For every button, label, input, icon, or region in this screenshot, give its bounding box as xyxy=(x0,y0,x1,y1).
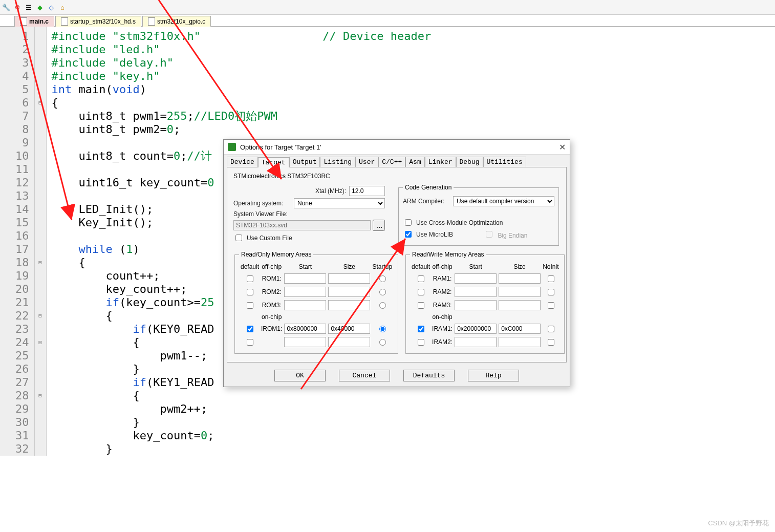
ram2-size[interactable] xyxy=(499,287,541,297)
fold-marks: ⊟⊟⊟⊟⊟ xyxy=(35,27,47,456)
irom1-start[interactable] xyxy=(284,324,326,334)
iram2-default[interactable] xyxy=(418,339,424,346)
bigendian-label: Big Endian xyxy=(498,232,527,239)
codegen-group: Code Generation ARM Compiler: Use defaul… xyxy=(398,184,559,246)
rom2-start[interactable] xyxy=(284,287,326,297)
iram1-size[interactable] xyxy=(499,324,541,334)
iram1-default[interactable] xyxy=(418,326,424,332)
irom2-start[interactable] xyxy=(284,337,326,347)
rw-legend: Read/Write Memory Areas xyxy=(410,251,486,258)
cross-label: Use Cross-Module Optimization xyxy=(416,219,503,226)
dialog-tab-target[interactable]: Target xyxy=(258,157,289,167)
dialog-tab-device[interactable]: Device xyxy=(227,157,258,167)
tab-label: stm32f10x_gpio.c xyxy=(157,18,205,25)
arm-compiler-select[interactable]: Use default compiler version xyxy=(453,196,554,206)
file-icon xyxy=(61,17,68,26)
irom2-startup[interactable] xyxy=(379,339,386,346)
ram1-size[interactable] xyxy=(499,273,541,284)
file-icon xyxy=(20,17,27,26)
tab-label: startup_stm32f10x_hd.s xyxy=(70,18,136,25)
rom1-startup[interactable] xyxy=(379,275,386,282)
rom3-startup[interactable] xyxy=(379,302,386,309)
os-label: Operating system: xyxy=(233,200,290,207)
rw-table: defaultoff-chipStartSizeNoInit RAM1: RAM… xyxy=(410,261,560,349)
ram1-start[interactable] xyxy=(455,273,497,284)
dialog-tab-debug[interactable]: Debug xyxy=(456,157,483,167)
irom1-startup[interactable] xyxy=(379,326,386,332)
microlib-label: Use MicroLIB xyxy=(416,231,453,238)
rom1-default[interactable] xyxy=(247,275,253,282)
irom1-size[interactable] xyxy=(328,324,370,334)
rom1-size[interactable] xyxy=(328,273,370,284)
tab-gpio[interactable]: stm32f10x_gpio.c xyxy=(142,16,211,27)
os-select[interactable]: None xyxy=(294,198,385,208)
rom1-start[interactable] xyxy=(284,273,326,284)
ram3-noinit[interactable] xyxy=(548,302,554,309)
xtal-input[interactable] xyxy=(349,186,385,196)
rom3-default[interactable] xyxy=(247,302,253,309)
dialog-tab-cc[interactable]: C/C++ xyxy=(378,157,405,167)
dialog-tab-utilities[interactable]: Utilities xyxy=(483,157,526,167)
dialog-tab-linker[interactable]: Linker xyxy=(425,157,456,167)
rom2-size[interactable] xyxy=(328,287,370,297)
arm-label: ARM Compiler: xyxy=(403,198,449,205)
file-tabs: main.c startup_stm32f10x_hd.s stm32f10x_… xyxy=(0,15,775,27)
iram2-start[interactable] xyxy=(455,337,497,347)
irom1-default[interactable] xyxy=(247,326,253,332)
dialog-body: STMicroelectronics STM32F103RC Xtal (MHz… xyxy=(227,167,567,363)
dialog-tab-asm[interactable]: Asm xyxy=(405,157,424,167)
dialog-title: Options for Target 'Target 1' xyxy=(240,143,321,151)
use-custom-checkbox[interactable] xyxy=(235,235,242,241)
rom3-size[interactable] xyxy=(328,300,370,310)
ram2-noinit[interactable] xyxy=(548,289,554,295)
irom2-default[interactable] xyxy=(247,339,253,346)
dialog-titlebar[interactable]: Options for Target 'Target 1' ✕ xyxy=(224,140,570,155)
ram1-default[interactable] xyxy=(418,275,424,282)
ram3-default[interactable] xyxy=(418,302,424,309)
file-icon xyxy=(148,17,155,26)
iram1-start[interactable] xyxy=(455,324,497,334)
iram2-size[interactable] xyxy=(499,337,541,347)
rom3-start[interactable] xyxy=(284,300,326,310)
ram2-default[interactable] xyxy=(418,289,424,295)
toolbar-stack-icon[interactable]: ☰ xyxy=(25,3,33,11)
dialog-tab-user[interactable]: User xyxy=(355,157,378,167)
toolbar: 🔧 ⚙ ☰ ◆ ◇ ⌂ xyxy=(0,0,775,15)
toolbar-home-icon[interactable]: ⌂ xyxy=(58,3,67,11)
cross-checkbox[interactable] xyxy=(405,219,412,226)
svf-browse-button[interactable]: ... xyxy=(373,220,385,231)
rom2-default[interactable] xyxy=(247,289,253,295)
readonly-memory-group: Read/Only Memory Areas defaultoff-chipSt… xyxy=(234,251,398,354)
irom2-size[interactable] xyxy=(328,337,370,347)
ro-legend: Read/Only Memory Areas xyxy=(239,251,313,258)
rom2-startup[interactable] xyxy=(379,289,386,295)
iram2-noinit[interactable] xyxy=(548,339,554,346)
toolbar-nodes-icon[interactable]: ⚙ xyxy=(13,3,21,11)
toolbar-wand-icon[interactable]: 🔧 xyxy=(2,3,10,11)
dialog-buttons: OK Cancel Defaults Help xyxy=(224,366,570,387)
cancel-button[interactable]: Cancel xyxy=(339,370,390,381)
ro-table: defaultoff-chipStartSizeStartup ROM1: RO… xyxy=(239,261,394,349)
dialog-tab-listing[interactable]: Listing xyxy=(320,157,355,167)
microlib-checkbox[interactable] xyxy=(405,231,412,238)
dialog-app-icon xyxy=(228,143,236,151)
dialog-tab-output[interactable]: Output xyxy=(289,157,320,167)
ram1-noinit[interactable] xyxy=(548,275,554,282)
ram3-size[interactable] xyxy=(499,300,541,310)
toolbar-blue-diamond-icon[interactable]: ◇ xyxy=(47,3,55,11)
mcu-label: STMicroelectronics STM32F103RC xyxy=(233,173,560,180)
ram2-start[interactable] xyxy=(455,287,497,297)
ram3-start[interactable] xyxy=(455,300,497,310)
xtal-label: Xtal (MHz): xyxy=(315,187,346,195)
tab-startup[interactable]: startup_stm32f10x_hd.s xyxy=(55,16,141,27)
defaults-button[interactable]: Defaults xyxy=(403,370,455,381)
iram1-noinit[interactable] xyxy=(548,326,554,332)
svf-input xyxy=(233,220,371,230)
options-dialog: Options for Target 'Target 1' ✕ DeviceTa… xyxy=(223,139,570,387)
ok-button[interactable]: OK xyxy=(274,370,326,381)
help-button[interactable]: Help xyxy=(468,370,519,381)
toolbar-green-diamond-icon[interactable]: ◆ xyxy=(36,3,44,11)
tab-main-c[interactable]: main.c xyxy=(14,16,54,27)
close-icon[interactable]: ✕ xyxy=(559,142,566,152)
tab-label: main.c xyxy=(29,18,49,25)
